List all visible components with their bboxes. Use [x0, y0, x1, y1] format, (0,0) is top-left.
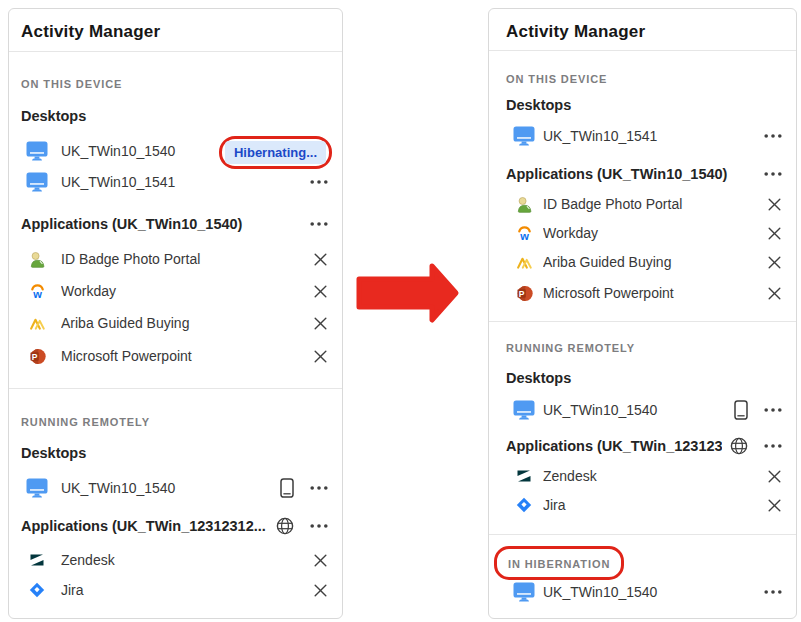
powerpoint-icon — [513, 282, 535, 304]
desktop-row: UK_TWin10_1540 — [513, 398, 782, 422]
red-arrow — [353, 258, 463, 328]
workday-icon — [26, 280, 48, 302]
section-in-hibernation: IN HIBERNATION — [508, 558, 610, 570]
desktop-name: UK_TWin10_1541 — [543, 128, 748, 144]
app-name: Zendesk — [543, 468, 751, 484]
applications-group-header: Applications (UK_TWin10_1540) — [506, 162, 782, 186]
id-badge-icon — [26, 248, 48, 270]
applications-group-header: Applications (UK_TWin10_1540) — [21, 212, 328, 236]
desktops-group-header: Desktops — [21, 441, 328, 465]
app-name: Microsoft Powerpoint — [61, 348, 292, 364]
desktops-group-header: Desktops — [506, 93, 782, 117]
desktop-row: UK_TWin10_1540 — [513, 580, 782, 604]
desktop-row: UK_TWin10_1541 — [26, 170, 328, 194]
desktop-name: UK_TWin10_1540 — [543, 402, 718, 418]
app-row: ID Badge Photo Portal — [26, 247, 328, 271]
red-circle-annotation: IN HIBERNATION — [494, 546, 624, 580]
close-icon[interactable] — [767, 197, 782, 212]
jira-icon — [513, 494, 535, 516]
applications-group-header: Applications (UK_TWin_12312312... — [21, 514, 328, 538]
id-badge-icon — [513, 193, 535, 215]
header-divider — [489, 50, 796, 51]
desktops-group-header: Desktops — [21, 104, 328, 128]
hibernating-status-badge: Hibernating... — [225, 141, 326, 164]
desktop-name: UK_TWin10_1541 — [61, 174, 289, 190]
app-name: ID Badge Photo Portal — [543, 196, 751, 212]
zendesk-icon — [513, 465, 535, 487]
app-row: Ariba Guided Buying — [513, 250, 782, 274]
close-icon[interactable] — [767, 226, 782, 241]
close-icon[interactable] — [313, 284, 328, 299]
ellipsis-menu-icon[interactable] — [310, 486, 328, 490]
monitor-icon — [513, 581, 535, 603]
ellipsis-menu-icon[interactable] — [764, 590, 782, 594]
section-on-this-device: ON THIS DEVICE — [506, 72, 607, 86]
zendesk-icon — [26, 549, 48, 571]
close-icon[interactable] — [313, 349, 328, 364]
ellipsis-menu-icon[interactable] — [764, 444, 782, 448]
powerpoint-icon — [26, 345, 48, 367]
close-icon[interactable] — [767, 469, 782, 484]
activity-manager-panel-before: Activity Manager ON THIS DEVICE Desktops… — [8, 8, 343, 619]
app-name: ID Badge Photo Portal — [61, 251, 292, 267]
monitor-icon — [26, 140, 48, 162]
close-icon[interactable] — [313, 316, 328, 331]
close-icon[interactable] — [767, 255, 782, 270]
globe-icon — [276, 517, 294, 535]
close-icon[interactable] — [313, 583, 328, 598]
group-divider — [489, 534, 796, 535]
app-row: Workday — [513, 221, 782, 245]
app-row: Microsoft Powerpoint — [513, 281, 782, 305]
group-divider — [489, 321, 796, 322]
close-icon[interactable] — [313, 553, 328, 568]
desktop-name: UK_TWin10_1540 — [61, 480, 259, 496]
app-row: Zendesk — [513, 464, 782, 488]
close-icon[interactable] — [313, 252, 328, 267]
activity-manager-panel-after: Activity Manager ON THIS DEVICE Desktops… — [488, 8, 797, 619]
app-name: Workday — [61, 283, 292, 299]
page-title: Activity Manager — [506, 22, 645, 42]
page-title: Activity Manager — [21, 22, 160, 42]
app-name: Zendesk — [61, 552, 292, 568]
ellipsis-menu-icon[interactable] — [764, 134, 782, 138]
app-name: Jira — [543, 497, 751, 513]
mobile-device-icon — [734, 400, 748, 420]
mobile-device-icon — [280, 478, 294, 498]
ellipsis-menu-icon[interactable] — [310, 524, 328, 528]
app-row: Microsoft Powerpoint — [26, 344, 328, 368]
desktop-row: UK_TWin10_1540 — [26, 476, 328, 500]
section-on-this-device: ON THIS DEVICE — [21, 77, 122, 91]
ellipsis-menu-icon[interactable] — [764, 172, 782, 176]
app-name: Ariba Guided Buying — [543, 254, 751, 270]
app-name: Microsoft Powerpoint — [543, 285, 751, 301]
app-row: ID Badge Photo Portal — [513, 192, 782, 216]
header-divider — [9, 51, 342, 52]
section-running-remotely: RUNNING REMOTELY — [21, 415, 150, 429]
desktops-group-header: Desktops — [506, 366, 782, 390]
app-row: Jira — [513, 493, 782, 517]
monitor-icon — [26, 171, 48, 193]
activity-manager-before-after: Activity Manager ON THIS DEVICE Desktops… — [0, 0, 801, 622]
desktop-name: UK_TWin10_1540 — [543, 584, 748, 600]
app-name: Jira — [61, 582, 292, 598]
monitor-icon — [513, 399, 535, 421]
group-divider — [9, 388, 342, 389]
monitor-icon — [513, 125, 535, 147]
app-row: Jira — [26, 578, 328, 602]
app-row: Ariba Guided Buying — [26, 311, 328, 335]
app-row: Zendesk — [26, 548, 328, 572]
workday-icon — [513, 222, 535, 244]
red-circle-annotation: Hibernating... — [219, 136, 332, 169]
jira-icon — [26, 579, 48, 601]
ellipsis-menu-icon[interactable] — [310, 180, 328, 184]
close-icon[interactable] — [767, 498, 782, 513]
app-row: Workday — [26, 279, 328, 303]
ellipsis-menu-icon[interactable] — [764, 408, 782, 412]
applications-group-header: Applications (UK_TWin_12312312... — [506, 434, 782, 458]
close-icon[interactable] — [767, 286, 782, 301]
monitor-icon — [26, 477, 48, 499]
ellipsis-menu-icon[interactable] — [310, 222, 328, 226]
ariba-icon — [513, 251, 535, 273]
globe-icon — [730, 437, 748, 455]
ariba-icon — [26, 312, 48, 334]
